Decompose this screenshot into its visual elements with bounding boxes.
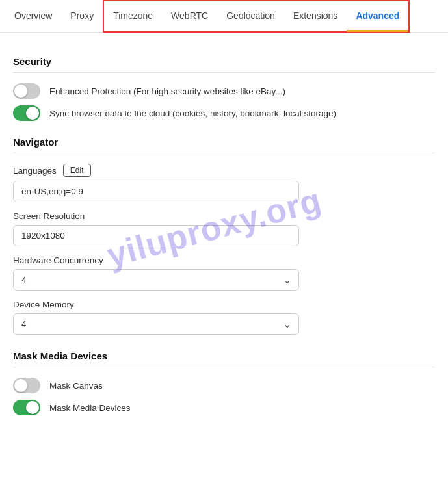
mask-media-devices-track[interactable] [13, 400, 40, 415]
mask-canvas-track[interactable] [13, 378, 40, 393]
device-memory-label: Device Memory [13, 300, 74, 309]
device-memory-select-wrapper: 0.25 0.5 1 2 4 8 [13, 313, 299, 335]
tab-webrtc[interactable]: WebRTC [162, 1, 217, 32]
enhanced-protection-thumb [14, 85, 27, 98]
mask-media-divider [13, 367, 435, 367]
mask-canvas-label: Mask Canvas [49, 381, 103, 391]
mask-canvas-row: Mask Canvas [13, 378, 435, 393]
tab-timezone[interactable]: Timezone [104, 1, 162, 32]
navigator-section-title: Navigator [13, 137, 435, 148]
mask-media-devices-thumb [26, 401, 39, 414]
highlighted-tabs: Timezone WebRTC Geolocation Extensions A… [103, 0, 410, 33]
device-memory-label-row: Device Memory [13, 300, 435, 309]
enhanced-protection-label: Enhanced Protection (For high security w… [49, 86, 285, 96]
tab-bar: Overview Proxy Timezone WebRTC Geolocati… [0, 0, 448, 33]
tab-proxy[interactable]: Proxy [61, 1, 103, 32]
mask-media-devices-label: Mask Media Devices [49, 403, 131, 413]
screen-resolution-label: Screen Resolution [13, 211, 85, 221]
screen-resolution-label-row: Screen Resolution [13, 211, 435, 221]
mask-canvas-thumb [14, 379, 27, 392]
screen-resolution-input[interactable] [13, 225, 299, 246]
hardware-concurrency-label-row: Hardware Concurrency [13, 255, 435, 265]
tab-advanced[interactable]: Advanced [347, 1, 408, 32]
device-memory-field: Device Memory 0.25 0.5 1 2 4 8 [13, 300, 435, 335]
sync-browser-data-row: Sync browser data to the cloud (cookies,… [13, 105, 435, 121]
sync-browser-data-toggle[interactable] [13, 105, 40, 121]
security-section-title: Security [13, 56, 435, 67]
hardware-concurrency-label: Hardware Concurrency [13, 255, 103, 265]
languages-label-row: Languages Edit [13, 164, 435, 177]
security-divider [13, 72, 435, 73]
tab-overview[interactable]: Overview [5, 1, 61, 32]
hardware-concurrency-select[interactable]: 1 2 4 8 16 [13, 269, 299, 291]
sync-browser-data-label: Sync browser data to the cloud (cookies,… [49, 109, 336, 118]
mask-media-devices-toggle[interactable] [13, 400, 40, 415]
tab-extensions[interactable]: Extensions [284, 1, 347, 32]
sync-browser-data-thumb [26, 107, 39, 120]
mask-canvas-toggle[interactable] [13, 378, 40, 393]
mask-media-devices-row: Mask Media Devices [13, 400, 435, 415]
enhanced-protection-toggle[interactable] [13, 83, 40, 99]
enhanced-protection-track[interactable] [13, 83, 40, 99]
sync-browser-data-track[interactable] [13, 105, 40, 121]
languages-field: Languages Edit [13, 164, 435, 202]
mask-media-section-title: Mask Media Devices [13, 350, 435, 361]
content-area: Security Enhanced Protection (For high s… [0, 33, 448, 435]
languages-label: Languages [13, 166, 57, 176]
navigator-divider [13, 153, 435, 153]
tab-geolocation[interactable]: Geolocation [217, 1, 284, 32]
hardware-concurrency-field: Hardware Concurrency 1 2 4 8 16 [13, 255, 435, 291]
enhanced-protection-row: Enhanced Protection (For high security w… [13, 83, 435, 99]
hardware-concurrency-select-wrapper: 1 2 4 8 16 [13, 269, 299, 291]
device-memory-select[interactable]: 0.25 0.5 1 2 4 8 [13, 313, 299, 335]
languages-edit-button[interactable]: Edit [63, 164, 91, 177]
languages-input[interactable] [13, 181, 299, 202]
screen-resolution-field: Screen Resolution [13, 211, 435, 246]
page-wrapper: Overview Proxy Timezone WebRTC Geolocati… [0, 0, 448, 435]
